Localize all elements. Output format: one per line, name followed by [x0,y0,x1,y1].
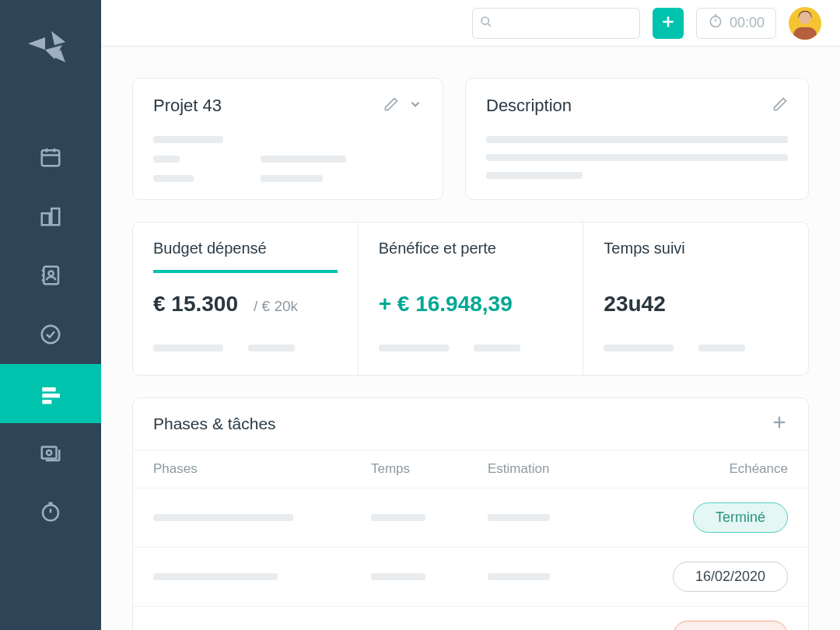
edit-project-button[interactable] [383,96,399,115]
search-input[interactable] [472,8,640,39]
col-phases: Phases [153,461,371,477]
project-dropdown-button[interactable] [408,97,422,114]
placeholder [474,345,520,352]
stat-budget-total: / € 20k [254,298,298,315]
content: Projet 43 [101,47,840,630]
placeholder [248,345,295,352]
svg-rect-8 [42,213,50,225]
svg-rect-16 [42,387,55,391]
svg-rect-4 [42,150,60,166]
svg-rect-9 [51,208,59,225]
stat-budget-value: € 15.300 [153,292,238,317]
svg-point-11 [49,271,54,275]
description-card: Description [465,78,809,200]
stat-profit-value: + € 16.948,39 [379,292,513,317]
edit-description-button[interactable] [772,96,788,115]
placeholder [153,156,180,163]
placeholder [371,514,425,521]
phase-row[interactable]: Terminé [133,488,808,548]
avatar[interactable] [789,7,821,40]
placeholder [698,345,745,352]
nav-invoices[interactable] [0,423,101,482]
placeholder [153,136,223,143]
phase-row[interactable]: 02/02/2020 [133,607,808,630]
svg-point-20 [47,450,51,455]
placeholder [486,136,788,143]
nav-company[interactable] [0,187,101,246]
placeholder [261,156,346,163]
svg-point-25 [481,17,488,24]
main: 00:00 Projet 43 [101,0,840,630]
placeholder [488,573,550,580]
svg-marker-2 [51,31,65,45]
svg-rect-19 [42,447,57,459]
stats-card: Budget dépensé € 15.300 / € 20k Bénéfice… [132,222,809,376]
nav-calendar[interactable] [0,128,101,187]
svg-rect-18 [42,400,51,404]
stat-profit-label: Bénéfice et perte [379,240,563,270]
svg-rect-17 [42,394,60,397]
placeholder [371,573,425,580]
stat-time-value: 23u42 [604,292,665,317]
placeholder [486,154,788,161]
status-pill-date: 16/02/2020 [673,562,788,592]
plus-icon [660,14,676,33]
stat-budget[interactable]: Budget dépensé € 15.300 / € 20k [133,222,359,375]
placeholder [486,172,583,179]
logo-icon [28,31,73,73]
col-estimation: Estimation [488,461,628,477]
placeholder [488,514,550,521]
nav-contacts[interactable] [0,246,101,305]
topbar: 00:00 [101,0,840,47]
placeholder [153,345,223,352]
project-card: Projet 43 [132,78,443,200]
stat-time-label: Temps suivi [604,240,788,270]
phases-title: Phases & tâches [153,415,276,433]
col-temps: Temps [371,461,488,477]
svg-marker-0 [28,37,45,50]
placeholder [153,573,278,580]
search-icon [480,16,492,31]
nav-timer[interactable] [0,482,101,541]
placeholder [604,345,674,352]
status-pill-done: Terminé [693,502,788,533]
placeholder [153,514,293,521]
stat-time[interactable]: Temps suivi 23u42 [583,222,808,375]
description-title: Description [486,96,572,116]
placeholder [261,175,323,182]
add-button[interactable] [653,8,684,39]
search-box [472,8,640,39]
svg-line-26 [488,23,491,26]
svg-point-15 [42,326,60,344]
placeholder [379,345,449,352]
placeholder [153,175,194,182]
add-phase-button[interactable] [771,414,788,434]
nav-tasks[interactable] [0,305,101,364]
phases-card: Phases & tâches Phases Temps Estimation … [132,397,809,630]
timer-button[interactable]: 00:00 [696,8,776,39]
timer-value: 00:00 [730,15,765,31]
stat-budget-label: Budget dépensé [153,240,338,273]
project-title: Projet 43 [153,96,222,116]
sidebar [0,0,101,630]
phases-columns: Phases Temps Estimation Echéance [133,450,808,488]
stat-profit[interactable]: Bénéfice et perte + € 16.948,39 [359,222,584,375]
nav-projects[interactable] [0,364,101,423]
status-pill-late: 02/02/2020 [673,621,788,630]
col-echeance: Echéance [628,461,788,477]
phase-row[interactable]: 16/02/2020 [133,548,808,607]
stopwatch-small-icon [708,13,723,33]
